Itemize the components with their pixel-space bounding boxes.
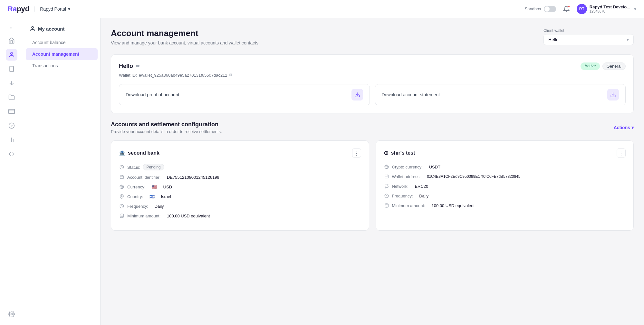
settlement-section: Accounts and settlement configuration Pr…: [111, 121, 634, 231]
svg-point-23: [120, 214, 124, 215]
portal-selector[interactable]: Rapyd Portal ▾: [34, 6, 70, 12]
country-value: Israel: [161, 194, 171, 199]
bank-icon: 🏦: [119, 150, 125, 156]
account-id-icon: [119, 174, 125, 180]
active-badge: Active: [581, 62, 600, 70]
min-amount-icon: [119, 213, 125, 219]
download-statement-button[interactable]: Download account statement: [375, 84, 626, 105]
country-icon: [119, 194, 125, 199]
wallet-id-label: Wallet ID:: [119, 73, 137, 78]
svg-point-31: [385, 204, 388, 205]
account-id-label: Account identifier:: [127, 175, 160, 180]
sidebar-icon-home[interactable]: [6, 35, 17, 46]
network-value: ERC20: [415, 184, 428, 189]
wallet-id-row: Wallet ID: ewallet_925a360ab49e5a270131f…: [119, 72, 626, 78]
sandbox-label: Sandbox: [524, 6, 541, 11]
bank-three-dot-menu[interactable]: ⋮: [352, 148, 361, 158]
actions-chevron-icon: ▾: [631, 125, 634, 130]
download-proof-icon: [351, 89, 363, 100]
wallet-address-icon: [384, 174, 389, 179]
client-wallet-value: Hello: [548, 37, 559, 42]
crypto-name-text: shir's test: [391, 150, 415, 156]
sidebar-icon-folder[interactable]: [6, 91, 17, 103]
country-label: Country:: [127, 194, 143, 199]
sidebar-icon-payment[interactable]: [6, 63, 17, 75]
crypto-min-value: 100.00 USD equivalent: [431, 203, 475, 208]
svg-point-10: [11, 313, 12, 315]
bank-currency-row: Currency: 🇺🇸 USD: [119, 184, 361, 190]
settlement-title-group: Accounts and settlement configuration Pr…: [111, 121, 222, 134]
wallet-badges: Active General: [581, 62, 626, 70]
edit-wallet-name-icon[interactable]: ✏: [136, 63, 140, 69]
sidebar-icon-check[interactable]: [6, 120, 17, 131]
account-icon: [30, 26, 35, 32]
download-proof-label: Download proof of account: [126, 92, 179, 97]
crypto-three-dot-menu[interactable]: ⋮: [617, 148, 626, 158]
currency-icon: [119, 184, 125, 190]
sidebar-icon-account[interactable]: [6, 49, 17, 61]
leftnav-title: My account: [38, 26, 65, 32]
bank-title: 🏦 second bank: [119, 150, 159, 156]
actions-label: Actions: [614, 125, 630, 130]
user-id: 12345678: [590, 9, 630, 13]
currency-flag: 🇺🇸: [152, 185, 157, 189]
frequency-label: Frequency:: [127, 204, 148, 209]
accounts-grid: 🏦 second bank ⋮ Status: Pending: [111, 140, 634, 231]
user-menu[interactable]: RT Rapyd Test Develo... 12345678 ▾: [577, 4, 636, 14]
client-wallet-select[interactable]: Hello ▾: [543, 34, 634, 45]
crypto-currency-label: Crypto currency:: [392, 165, 423, 169]
account-card-header-bank: 🏦 second bank ⋮: [119, 148, 361, 158]
currency-value: USD: [163, 185, 172, 189]
svg-rect-1: [10, 66, 14, 72]
download-proof-button[interactable]: Download proof of account: [119, 84, 370, 105]
crypto-min-icon: [384, 203, 389, 208]
crypto-wallet-row: Wallet address: 0xC4E3A1CF2Ed9C950099E17…: [384, 174, 626, 179]
top-navigation: Rapyd Rapyd Portal ▾ Sandbox RT Rapyd Te…: [0, 0, 644, 18]
network-label: Network:: [392, 184, 409, 189]
sidebar-expand-button[interactable]: »: [6, 23, 17, 32]
bank-frequency-row: Frequency: Daily: [119, 203, 361, 209]
notifications-button[interactable]: [561, 4, 572, 14]
sandbox-toggle-switch[interactable]: [544, 6, 556, 12]
wallet-actions-row: Download proof of account Download accou…: [119, 84, 626, 105]
leftnav-header: My account: [23, 26, 100, 37]
min-amount-label: Minimum amount:: [127, 214, 160, 218]
sidebar-icon-transfer[interactable]: [6, 77, 17, 89]
toggle-thumb: [544, 6, 550, 12]
status-value: Pending: [143, 164, 164, 170]
nav-item-account-balance[interactable]: Account balance: [26, 37, 98, 48]
sidebar-icon-chart[interactable]: [6, 134, 17, 146]
nav-item-transactions[interactable]: Transactions: [26, 60, 98, 72]
wallet-card: Hello ✏ Active General Wallet ID: ewalle…: [111, 54, 634, 113]
svg-rect-4: [8, 109, 14, 113]
sidebar-icon-card[interactable]: [6, 106, 17, 117]
bank-account-id-row: Account identifier: DE755121080012451261…: [119, 174, 361, 180]
crypto-frequency-label: Frequency:: [392, 194, 413, 198]
crypto-currency-value: USDT: [429, 165, 440, 169]
actions-button[interactable]: Actions ▾: [614, 125, 634, 130]
frequency-value: Daily: [155, 204, 164, 209]
bank-min-amount-row: Minimum amount: 100.00 USD equivalent: [119, 213, 361, 219]
nav-item-account-management[interactable]: Account management: [26, 48, 98, 60]
sidebar-icon-settings[interactable]: [6, 308, 17, 320]
svg-point-21: [121, 196, 122, 197]
status-icon: [119, 164, 125, 170]
bank-status-row: Status: Pending: [119, 164, 361, 170]
crypto-frequency-value: Daily: [419, 194, 428, 198]
page-title-group: Account management View and manage your …: [111, 28, 260, 45]
crypto-icon: ⊙: [384, 149, 389, 157]
crypto-currency-icon: [384, 164, 389, 170]
sidebar-icon-code[interactable]: [6, 148, 17, 160]
client-wallet-group: Client wallet Hello ▾: [543, 28, 634, 45]
frequency-icon: [119, 203, 125, 209]
notification-dot: [568, 5, 570, 8]
copy-wallet-id-icon[interactable]: ⧉: [229, 72, 232, 78]
crypto-title: ⊙ shir's test: [384, 149, 415, 157]
crypto-frequency-icon: [384, 193, 389, 199]
client-wallet-label: Client wallet: [543, 28, 634, 33]
settlement-title: Accounts and settlement configuration: [111, 121, 222, 128]
bank-country-row: Country: 🇮🇱 Israel: [119, 194, 361, 199]
wallet-card-header: Hello ✏ Active General: [119, 62, 626, 70]
client-wallet-chevron-icon: ▾: [627, 37, 629, 42]
account-card-header-crypto: ⊙ shir's test ⋮: [384, 148, 626, 158]
